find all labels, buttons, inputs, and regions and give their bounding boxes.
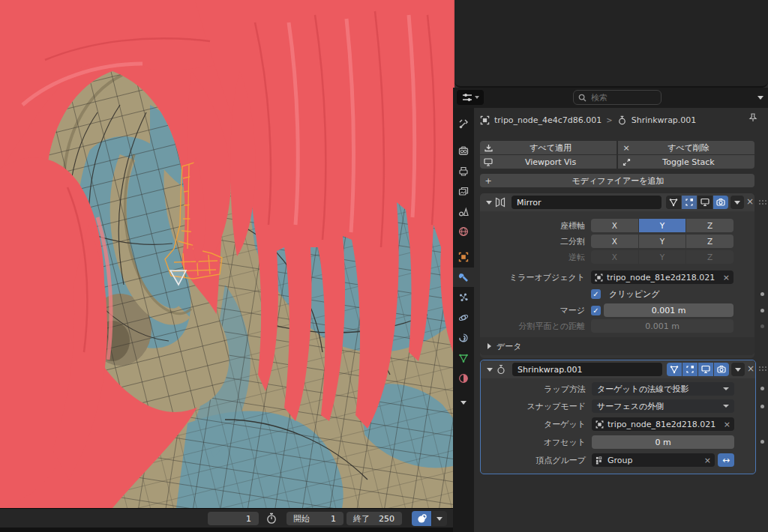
- properties-editor-icon: [462, 93, 472, 102]
- flip-y-button[interactable]: Y: [639, 250, 686, 264]
- tab-constraints[interactable]: [453, 328, 474, 348]
- decorator-dot[interactable]: [760, 309, 764, 312]
- tab-material[interactable]: [453, 369, 474, 388]
- collapse-chevron-icon[interactable]: [486, 201, 492, 205]
- tab-scene[interactable]: [453, 202, 474, 221]
- clear-object-icon[interactable]: ×: [724, 420, 730, 429]
- wrap-method-select[interactable]: ターゲットの法線で投影: [592, 382, 734, 396]
- search-field[interactable]: [573, 90, 662, 105]
- vertex-group-row: 頂点グループ Group × ↔: [481, 453, 755, 467]
- tab-object-data[interactable]: [453, 348, 474, 368]
- bisect-distance-field[interactable]: 0.001 m: [591, 319, 734, 333]
- decorator-dot[interactable]: [760, 440, 764, 444]
- on-cage-toggle-icon[interactable]: [666, 196, 681, 209]
- tab-render[interactable]: [453, 141, 474, 160]
- on-cage-toggle-icon[interactable]: [667, 363, 682, 376]
- shrinkwrap-name-input[interactable]: [512, 363, 662, 376]
- pin-icon[interactable]: [748, 113, 758, 122]
- axis-z-button[interactable]: Z: [686, 219, 734, 232]
- breadcrumb-modifier-name[interactable]: Shrinkwrap.001: [632, 115, 697, 125]
- tab-output[interactable]: [453, 161, 474, 181]
- merge-value-field[interactable]: 0.001 m: [604, 303, 734, 317]
- panel-drag-handle[interactable]: [758, 366, 768, 371]
- tab-physics[interactable]: [453, 308, 474, 327]
- collapse-chevron-icon[interactable]: [487, 368, 493, 372]
- tab-modifier[interactable]: [453, 267, 474, 287]
- merge-checkbox[interactable]: ✓: [591, 306, 601, 315]
- stopwatch-icon[interactable]: [266, 513, 279, 525]
- panel-drag-handle[interactable]: [758, 199, 768, 205]
- mirror-name-input[interactable]: [512, 196, 662, 209]
- flip-label: 逆転: [480, 252, 591, 263]
- auto-keyframe-button[interactable]: [412, 511, 431, 526]
- tab-object[interactable]: [453, 247, 474, 267]
- invert-vertex-group-button[interactable]: ↔: [718, 453, 734, 467]
- decorator-dot[interactable]: [760, 387, 764, 390]
- header-options-chevron[interactable]: [754, 92, 766, 103]
- 3d-viewport[interactable]: [0, 0, 453, 508]
- bisect-x-button[interactable]: X: [591, 235, 638, 248]
- frame-start-field[interactable]: 開始 1: [286, 512, 344, 525]
- bisect-z-button[interactable]: Z: [686, 235, 734, 248]
- tab-tool[interactable]: [453, 114, 474, 133]
- mirror-object-field[interactable]: tripo_node_81e2d218.021 ×: [591, 270, 734, 284]
- clipping-row: ✓ クリッピング: [480, 287, 754, 300]
- editor-type-button[interactable]: [457, 90, 484, 105]
- object-icon: [595, 273, 603, 282]
- keying-menu-button[interactable]: [432, 511, 447, 526]
- tab-view-layer[interactable]: [453, 181, 474, 201]
- target-object-value: tripo_node_81e2d218.021: [608, 420, 716, 429]
- wrap-method-row: ラップ方法 ターゲットの法線で投影: [481, 382, 755, 396]
- extras-menu-button[interactable]: [730, 196, 744, 209]
- vertex-group-field[interactable]: Group ×: [592, 453, 715, 467]
- realtime-toggle-icon[interactable]: [698, 363, 713, 376]
- merge-row: マージ ✓ 0.001 m: [480, 303, 754, 317]
- extras-menu-button[interactable]: [731, 363, 745, 376]
- modifier-name-field[interactable]: [512, 363, 662, 376]
- tab-world[interactable]: [453, 222, 474, 241]
- modifier-name-field[interactable]: [512, 196, 662, 209]
- flip-x-button[interactable]: X: [591, 250, 638, 264]
- data-subpanel-header[interactable]: データ: [480, 337, 754, 355]
- blender-window: 1 開始 1 終了 250: [0, 0, 768, 532]
- clear-object-icon[interactable]: ×: [723, 273, 730, 282]
- mirror-object-row: ミラーオブジェクト tripo_node_81e2d218.021 ×: [480, 270, 754, 284]
- decorator-dot[interactable]: [760, 405, 764, 408]
- edit-mode-toggle-icon[interactable]: [682, 196, 697, 209]
- snap-mode-value: サーフェスの外側: [597, 401, 664, 412]
- toggle-stack-button[interactable]: Toggle Stack: [618, 155, 754, 169]
- snap-mode-select[interactable]: サーフェスの外側: [592, 399, 734, 413]
- realtime-toggle-icon[interactable]: [698, 196, 712, 209]
- shrinkwrap-display-toggles: [667, 363, 729, 376]
- clear-vertex-group-icon[interactable]: ×: [704, 456, 711, 465]
- offset-value-field[interactable]: 0 m: [592, 435, 734, 449]
- search-input[interactable]: [590, 92, 656, 103]
- viewport-vis-button[interactable]: Viewport Vis: [480, 155, 616, 169]
- mirror-panel-header[interactable]: ×: [480, 193, 754, 211]
- decorator-dot[interactable]: [760, 292, 764, 296]
- delete-all-button[interactable]: × すべて削除: [618, 141, 754, 154]
- remove-modifier-button[interactable]: ×: [746, 196, 754, 207]
- render-toggle-icon[interactable]: [713, 196, 728, 209]
- apply-all-button[interactable]: すべて適用: [480, 141, 616, 154]
- edit-mode-toggle-icon[interactable]: [682, 363, 698, 376]
- add-modifier-button[interactable]: + モディファイアーを追加: [480, 174, 754, 187]
- frame-end-field[interactable]: 終了 250: [346, 512, 402, 525]
- axis-x-button[interactable]: X: [591, 219, 638, 232]
- render-toggle-icon[interactable]: [714, 363, 729, 376]
- bisect-y-button[interactable]: Y: [639, 235, 686, 248]
- empty-editor-region: [454, 0, 768, 88]
- decorator-dot[interactable]: [760, 324, 764, 328]
- target-object-field[interactable]: tripo_node_81e2d218.021 ×: [592, 417, 734, 431]
- timeline-bar: 1 開始 1 終了 250: [0, 508, 453, 528]
- breadcrumb-object-name[interactable]: tripo_node_4e4c7d86.001: [494, 115, 602, 125]
- tab-scroll-chevron[interactable]: [453, 393, 474, 412]
- axis-y-button[interactable]: Y: [639, 219, 686, 232]
- shrinkwrap-panel-header[interactable]: ×: [481, 360, 755, 378]
- remove-modifier-button[interactable]: ×: [747, 363, 754, 374]
- tab-particles[interactable]: [453, 288, 474, 307]
- clipping-checkbox[interactable]: ✓: [591, 289, 601, 299]
- search-icon: [578, 94, 586, 102]
- current-frame-field[interactable]: 1: [208, 512, 259, 525]
- flip-z-button[interactable]: Z: [686, 250, 734, 264]
